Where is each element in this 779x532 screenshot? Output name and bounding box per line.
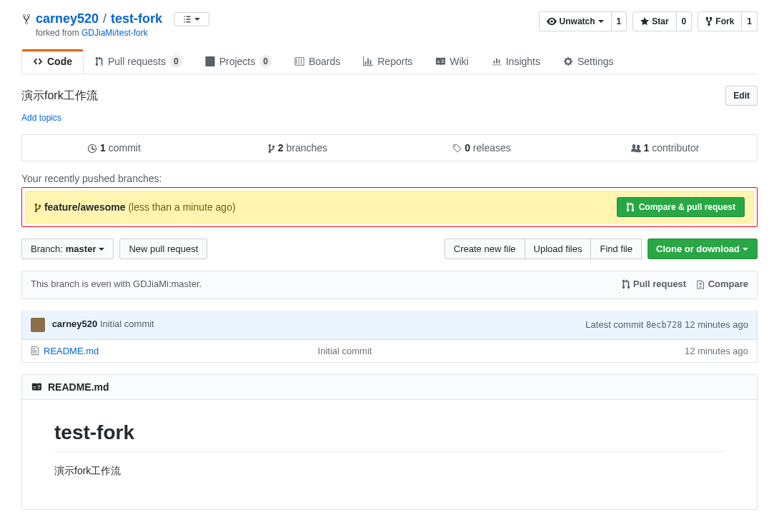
create-new-file-button[interactable]: Create new file <box>445 239 525 259</box>
caret-icon <box>99 248 104 251</box>
repo-owner-link[interactable]: carney520 <box>36 11 99 26</box>
file-navigation: Branch: master New pull request Create n… <box>21 239 758 259</box>
git-pull-request-icon <box>622 279 630 289</box>
readme-h1: test-fork <box>54 421 725 452</box>
tab-wiki[interactable]: Wiki <box>424 49 480 74</box>
repo-tabs: Code Pull requests0 Projects0 Boards Rep… <box>21 49 758 74</box>
tab-reports[interactable]: Reports <box>352 49 424 74</box>
commit-age: 12 minutes ago <box>685 319 748 330</box>
list-unordered-icon <box>183 15 192 24</box>
repo-stats: 1 commit 2 branches 0 releases 1 contrib… <box>21 134 758 161</box>
eye-icon <box>547 16 557 26</box>
branches-stat[interactable]: 2 branches <box>206 135 390 161</box>
graph-icon <box>492 56 502 66</box>
find-file-button[interactable]: Find file <box>591 239 642 259</box>
branch-select-button[interactable]: Branch: master <box>21 239 114 259</box>
star-button[interactable]: Star <box>632 11 676 31</box>
new-pull-request-button[interactable]: New pull request <box>119 239 207 259</box>
recent-branch-highlight: feature/awesome (less than a minute ago)… <box>21 187 758 227</box>
caret-icon <box>194 18 200 21</box>
fork-tree-button[interactable] <box>174 12 209 26</box>
boards-icon <box>294 56 304 66</box>
caret-icon <box>743 248 748 251</box>
file-link[interactable]: README.md <box>44 346 99 356</box>
repo-forked-icon <box>705 16 713 26</box>
branch-even-text: This branch is even with GDJiaMi:master. <box>31 278 202 291</box>
git-branch-icon <box>268 144 275 154</box>
tab-insights[interactable]: Insights <box>480 49 552 74</box>
clone-download-button[interactable]: Clone or download <box>647 239 758 259</box>
tag-icon <box>452 144 462 154</box>
readme-p: 演示fork工作流 <box>54 465 725 478</box>
projects-count: 0 <box>259 55 272 68</box>
path-separator: / <box>103 11 106 26</box>
releases-stat[interactable]: 0 releases <box>390 135 573 161</box>
commit-sha[interactable]: 8ecb728 <box>646 320 683 330</box>
repo-description: 演示fork工作流 <box>21 89 98 104</box>
readme-header: README.md <box>22 375 757 400</box>
tab-code[interactable]: Code <box>21 49 84 74</box>
pull-request-link[interactable]: Pull request <box>622 278 686 289</box>
fork-source: forked from GDJiaMi/test-fork <box>36 28 209 38</box>
unwatch-button[interactable]: Unwatch <box>539 11 612 31</box>
fork-button[interactable]: Fork <box>698 11 742 31</box>
git-pull-request-icon <box>626 202 635 212</box>
book-icon <box>31 382 42 392</box>
contributors-stat[interactable]: 1 contributor <box>573 135 757 161</box>
page-actions: Unwatch 1 Star 0 Fork 1 <box>539 11 758 31</box>
pr-count: 0 <box>170 55 182 68</box>
diff-icon <box>697 279 705 289</box>
recent-branch-row: feature/awesome (less than a minute ago)… <box>25 191 754 224</box>
gear-icon <box>563 56 573 66</box>
add-topics-link[interactable]: Add topics <box>21 113 758 123</box>
tab-boards[interactable]: Boards <box>283 49 352 74</box>
fork-source-link[interactable]: GDJiaMi/test-fork <box>81 28 148 38</box>
caret-icon <box>598 20 604 23</box>
compare-pull-request-button[interactable]: Compare & pull request <box>617 197 745 217</box>
commit-author[interactable]: carney520 <box>52 318 98 329</box>
file-icon <box>31 346 39 356</box>
commits-stat[interactable]: 1 commit <box>22 135 206 161</box>
branch-comparison-bar: This branch is even with GDJiaMi:master.… <box>21 271 758 299</box>
file-row: README.md Initial commit 12 minutes ago <box>21 340 758 363</box>
recent-branches-label: Your recently pushed branches: <box>21 173 758 184</box>
avatar[interactable] <box>31 318 45 332</box>
repo-header: carney520 / test-fork forked from GDJiaM… <box>21 0 758 38</box>
edit-description-button[interactable]: Edit <box>725 86 758 106</box>
git-branch-icon <box>34 203 41 213</box>
latest-commit-bar: carney520 Initial commit Latest commit 8… <box>21 311 758 340</box>
recent-branch-name[interactable]: feature/awesome <box>44 201 126 213</box>
code-icon <box>33 56 43 66</box>
repo-title: carney520 / test-fork <box>21 11 209 26</box>
people-icon <box>631 144 641 154</box>
compare-link[interactable]: Compare <box>697 278 748 289</box>
git-pull-request-icon <box>95 56 104 66</box>
tab-settings[interactable]: Settings <box>552 49 625 74</box>
file-age: 12 minutes ago <box>685 346 748 356</box>
recent-branch-time: (less than a minute ago) <box>128 201 235 213</box>
commit-message[interactable]: Initial commit <box>100 318 154 329</box>
history-icon <box>87 144 97 154</box>
tab-projects[interactable]: Projects0 <box>194 49 283 74</box>
project-icon <box>205 56 215 66</box>
readme-content: test-fork 演示fork工作流 <box>22 400 757 510</box>
tab-pull-requests[interactable]: Pull requests0 <box>84 49 194 74</box>
repo-forked-icon <box>21 14 31 25</box>
fork-count[interactable]: 1 <box>742 11 758 31</box>
star-icon <box>640 16 649 26</box>
file-commit-message[interactable]: Initial commit <box>318 346 685 356</box>
upload-files-button[interactable]: Upload files <box>525 239 592 259</box>
star-count[interactable]: 0 <box>677 11 693 31</box>
readme-box: README.md test-fork 演示fork工作流 <box>21 374 758 511</box>
book-icon <box>435 56 445 66</box>
graph-icon <box>363 56 373 66</box>
repo-name-link[interactable]: test-fork <box>111 11 162 26</box>
watch-count[interactable]: 1 <box>612 11 627 31</box>
